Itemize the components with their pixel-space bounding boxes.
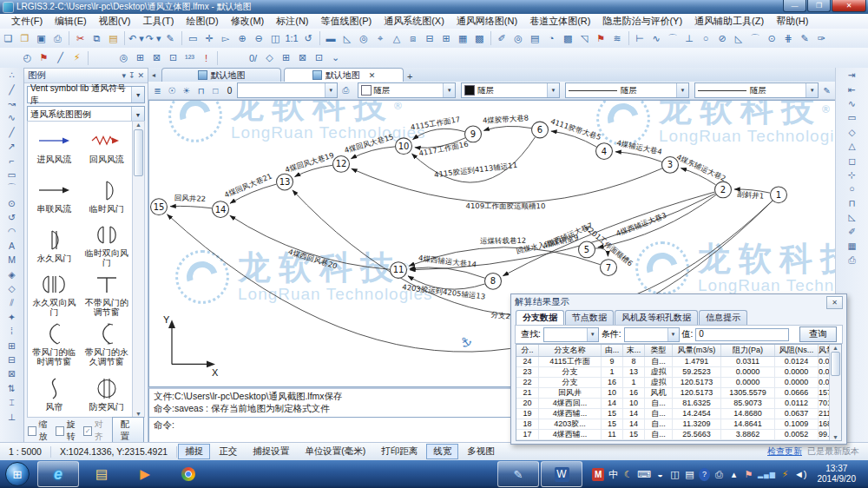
column-header-2[interactable]: 分支名称 [539,345,602,356]
chevron-down-icon[interactable]: ▼ [325,83,337,97]
table-scrollbar[interactable]: ▲▼ [829,345,841,440]
draw-tool-8-icon[interactable]: ⊞ [438,30,455,46]
arc-tool-icon[interactable]: ⌒ [3,181,21,195]
numbering-icon[interactable]: ¹²³ [181,50,198,66]
layer-lock-icon[interactable]: ⊓ [194,83,207,97]
graph-node[interactable]: 7 [601,260,617,276]
legend-symbol-in[interactable]: 进风风流 [28,122,81,171]
pan-icon[interactable]: ✛ [201,30,218,46]
legend-symbol-tdoor[interactable]: 临时风门 [81,171,134,221]
wave-tool-icon[interactable]: ∿ [3,110,21,124]
find-circle-icon[interactable]: ◎ [115,50,132,66]
bridge-tool-icon[interactable]: ⊓ [843,196,861,210]
style-brush-icon[interactable]: ✎ [820,83,833,97]
parallel-tool-icon[interactable]: ⫽ [3,295,21,309]
diamond-view-icon[interactable]: ◇ [843,125,861,139]
table-row[interactable]: 184203胶...1514自...11.320914.86410.100916… [516,419,841,430]
legend-symbol-outburst[interactable]: 防突风门 [81,369,134,418]
results-tab-风机及等积孔数据[interactable]: 风机及等积孔数据 [615,310,698,325]
graph-node[interactable]: 2 [715,181,732,198]
graph-node[interactable]: 10 [396,138,412,155]
tab-close-icon[interactable]: ✕ [369,71,376,80]
bylayer-combo-1[interactable]: 随层▼ [358,82,457,98]
grid-tool-icon[interactable]: ⊹ [843,168,861,181]
triangle-view-icon[interactable]: △ [843,139,861,153]
graph-node[interactable]: 13 [277,174,293,190]
measure-tool-6-icon[interactable]: ⊘ [714,30,731,46]
new-icon[interactable]: ❏ [0,30,16,46]
measure-tool-12-icon[interactable]: ✑ [813,30,830,46]
scroll-up-icon[interactable]: ▲ [832,345,838,351]
table-row[interactable]: 174煤西辅...1115自...25.56633.88620.005299.3… [516,430,841,440]
status-toggle-捕捉设置[interactable]: 捕捉设置 [246,444,296,459]
results-dialog-titlebar[interactable]: 解算结果显示 ✕ [511,294,846,310]
status-toggle-单位设置(毫米)[interactable]: 单位设置(毫米) [298,444,372,459]
menu-视图(V)[interactable]: 视图(V) [93,14,137,29]
zoom-1-1-icon[interactable]: 1:1 [284,30,300,46]
measure-tool-8-icon[interactable]: ⌒ [747,30,764,46]
select-a-icon[interactable]: ⊡ [165,50,181,66]
graph-node[interactable]: 15 [151,199,168,215]
hidden-icons-chevron[interactable]: ▴ [728,468,740,481]
draw-tool-1-icon[interactable]: ▬ [323,30,339,46]
zoom-in-icon[interactable]: ⊕ [234,30,251,46]
annotate-tool-4-icon[interactable]: ◔ [543,30,560,46]
measure-tool-2-icon[interactable]: ∿ [648,30,665,46]
bylayer-combo-2[interactable]: 随层▼ [461,82,560,98]
chevron-down-icon[interactable]: ▼ [806,83,818,97]
box-remove-icon[interactable]: ⊠ [294,50,311,66]
redo-icon[interactable]: ↷ ▾ [145,30,162,46]
status-toggle-捕捉[interactable]: 捕捉 [178,444,210,459]
lang-icon[interactable]: 中 [608,468,619,481]
erase-tool-icon[interactable]: ◇ [261,50,278,66]
annotate-tool-1-icon[interactable]: ✐ [494,30,510,46]
print-view-icon[interactable]: ⎙ [843,253,861,267]
menu-等值线图(P)[interactable]: 等值线图(P) [315,14,378,29]
dot-tool-icon[interactable]: ∴ [3,68,21,82]
grid-remove-tool-icon[interactable]: ⊟ [3,353,21,366]
table-row[interactable]: 244115工作面98自...1.47910.03110.01240.0460 [516,357,841,367]
draw-tool-4-icon[interactable]: ⌖ [372,30,389,46]
results-tab-分支数据[interactable]: 分支数据 [516,310,564,325]
draw-tool-6-icon[interactable]: ⧈ [405,30,422,46]
alert-icon[interactable]: ! [198,50,214,66]
panel-menu-icon[interactable]: ▾ [122,71,126,80]
graph-node[interactable]: 5 [579,241,595,258]
device-icon[interactable]: ⎙ [713,468,725,481]
table-row[interactable]: 16运煤转载巷1214自...56.066255.01930.01523084.… [516,440,841,441]
legend-symbol-window[interactable]: 不带风门的调节窗 [81,270,134,320]
chevron-down-icon[interactable]: ▼ [676,83,688,97]
graph-node[interactable]: 6 [532,122,549,138]
draw-tool-3-icon[interactable]: ◎ [356,30,372,46]
graph-edge[interactable] [352,168,662,203]
title-bar[interactable]: LRGIS3.2-C:\Users\lr-pc\Desktop\通风立体图.lf… [0,0,868,14]
update-link[interactable]: 检查更新 [767,445,802,458]
pointer-icon[interactable]: ▻ [218,30,234,46]
column-header-6[interactable]: 风量(m3/s) [673,345,721,356]
legend-symbol-curtain[interactable]: 风帘 [28,369,81,418]
draw-tool-2-icon[interactable]: ◺ [339,30,356,46]
table-row[interactable]: 204煤西回...1410自...81.632585.90730.0112701… [516,399,841,409]
network-alert-icon[interactable]: ⚑ [743,468,754,481]
annotate-tool-5-icon[interactable]: ▩ [560,30,576,46]
power-icon[interactable]: ⚡ [779,468,791,481]
arrow-tool-icon[interactable]: ↗ [3,139,21,153]
menu-修改(M)[interactable]: 修改(M) [225,14,271,29]
map-tab-1[interactable]: 默认地图 [161,68,281,82]
graph-edge[interactable] [413,129,465,139]
grid-add-tool-icon[interactable]: ⊞ [3,338,21,352]
bylayer-combo-4[interactable]: 随层▼ [694,82,819,98]
chevron-down-icon[interactable]: ▼ [131,87,144,102]
new-tab-button[interactable]: + [407,71,412,82]
graph-node[interactable]: 9 [465,126,482,142]
slope-tool-icon[interactable]: 0/ [245,50,261,66]
spline-tool-icon[interactable]: ↝ [3,96,21,110]
bylayer-combo-3[interactable]: 随层▼ [565,82,689,98]
menu-标注(N)[interactable]: 标注(N) [270,14,314,29]
segment-tool-icon[interactable]: ╱ [3,125,21,139]
menu-巷道立体图(R)[interactable]: 巷道立体图(R) [523,14,596,29]
open-icon[interactable]: ❐ [16,30,33,46]
graph-node[interactable]: 4 [596,143,613,160]
measure-tool-11-icon[interactable]: ✎ [797,30,813,46]
legend-symbol-twindow[interactable]: 带风门的临时调节窗 [28,320,81,369]
